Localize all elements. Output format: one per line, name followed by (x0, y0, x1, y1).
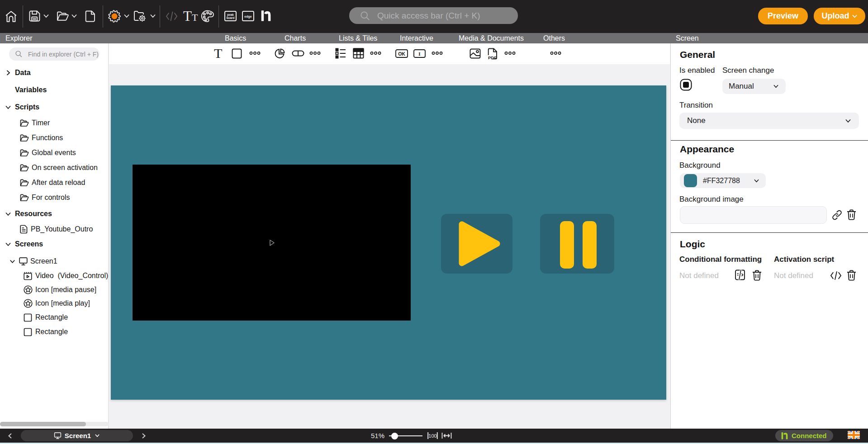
svg-text:OK: OK (398, 51, 405, 57)
svg-text:I: I (418, 51, 420, 57)
svg-text:edge: edge (244, 15, 251, 19)
svg-text:board: board (227, 16, 235, 19)
svg-text:100: 100 (428, 433, 436, 439)
svg-text:PDF: PDF (488, 55, 497, 60)
